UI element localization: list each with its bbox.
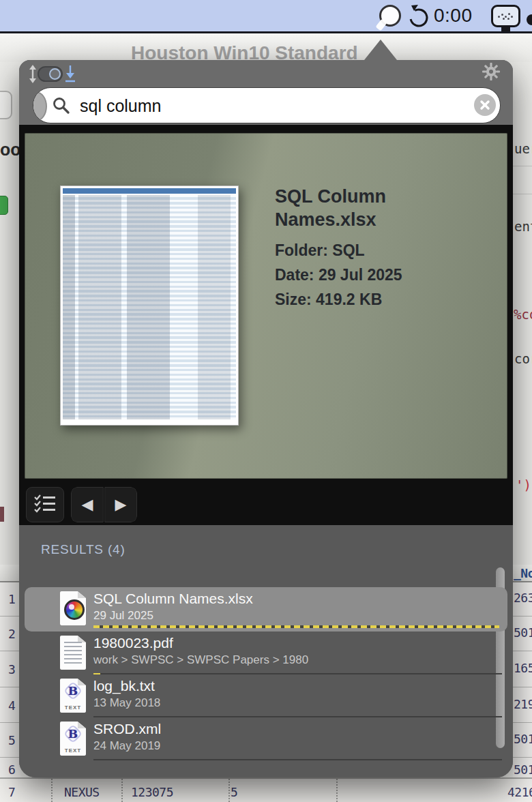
text-icon-label: TEXT [60, 704, 86, 711]
grid-row-number: 3 [8, 662, 15, 677]
code-fragment: ') [516, 477, 531, 492]
pin-toggle[interactable] [38, 66, 63, 82]
background-text-fragment-left: oo [0, 140, 21, 160]
grid-cell-value: 165 [514, 661, 532, 675]
menu-bar-search-icon[interactable] [376, 5, 401, 29]
result-name: SROD.xml [93, 721, 161, 737]
code-fragment: uery [514, 141, 532, 156]
result-name: SQL Column Names.xlsx [93, 591, 253, 607]
grid-row-number: 2 [8, 627, 15, 641]
previous-button[interactable]: ◀ [71, 487, 104, 522]
forward-arrow-icon: ▶ [115, 496, 127, 514]
grid-column-separator [228, 779, 230, 802]
result-row[interactable]: 1980023.pdf work > SWPSC > SWPSC Papers … [25, 632, 507, 674]
grid-cell-value: 501 [514, 625, 532, 640]
preview-folder: Folder: SQL [275, 238, 479, 263]
preview-file-title: SQL Column Names.xlsx [275, 185, 479, 231]
search-popup: SQL Column Names.xlsx Folder: SQL Date: … [19, 60, 513, 777]
results-header: RESULTS (4) [41, 542, 125, 557]
thumbnail-header-row [63, 188, 236, 194]
screen: Houston Win10 Standard oo uery ent %co c… [0, 0, 532, 802]
grid-column-separator [336, 779, 338, 802]
background-mark [0, 507, 4, 522]
grid-cell-value: NEXUS [64, 785, 100, 799]
timer-value[interactable]: 0:00 [434, 5, 473, 27]
showerhead-head [491, 5, 520, 27]
search-icon [51, 95, 72, 116]
grid-header-cell: _No [513, 565, 532, 582]
preview-size: Size: 419.2 KB [275, 287, 479, 312]
result-detail: 24 May 2019 [93, 739, 160, 753]
timer-icon[interactable] [407, 3, 431, 29]
grid-cell-value: 501 [514, 762, 532, 777]
grid-row-number: 7 [8, 785, 15, 799]
grid-cell-value: 123075 [131, 785, 173, 799]
result-name: 1980023.pdf [93, 635, 173, 651]
showerhead-icon[interactable] [491, 5, 520, 31]
menu-bar: 0:00 [0, 0, 532, 31]
menu-bar-border [0, 31, 532, 33]
xml-file-icon: B TEXT [58, 721, 88, 758]
background-divider [513, 194, 532, 194]
preview-viewport: SQL Column Names.xlsx Folder: SQL Date: … [25, 133, 507, 479]
result-detail: 29 Jul 2025 [93, 609, 153, 623]
selection-dashed-underline [93, 625, 499, 628]
checklist-icon [33, 494, 57, 515]
grid-column-separator [121, 779, 123, 802]
background-divider [513, 166, 532, 166]
results-section: RESULTS (4) SQL Column Names.xlsx 29 Jul… [19, 525, 513, 777]
code-fragment: cor [514, 351, 532, 366]
file-thumbnail [60, 185, 239, 426]
preview-zone: SQL Column Names.xlsx Folder: SQL Date: … [19, 125, 513, 525]
resize-updown-icon[interactable] [27, 65, 38, 83]
gear-icon[interactable] [482, 62, 501, 81]
grid-cell-value: 5 [231, 785, 237, 799]
grid-rownum-strip: 1 2 3 4 5 6 [0, 582, 20, 777]
grid-cell-value: 42165 [507, 785, 532, 799]
pdf-file-icon [58, 635, 88, 672]
grid-values-strip: 263 501 165 219 501 501 [513, 582, 532, 777]
result-row[interactable]: B TEXT SROD.xml 24 May 2019 [25, 717, 507, 760]
background-toolbar-button [0, 91, 12, 119]
result-row[interactable]: B TEXT log_bk.txt 13 May 2018 [25, 674, 507, 717]
download-icon[interactable] [64, 64, 76, 83]
row-separator [93, 759, 502, 760]
text-file-icon: B TEXT [58, 678, 88, 715]
preview-nav: ◀ ▶ [71, 487, 137, 522]
xlsx-file-icon [58, 591, 88, 627]
popup-header [19, 60, 513, 125]
background-green-icon [0, 196, 8, 215]
grid-header-corner [0, 565, 20, 582]
grid-column-header: _No [514, 566, 532, 580]
grid-row-number: 4 [8, 698, 15, 713]
text-icon-label: TEXT [60, 747, 86, 754]
grid-row-number: 1 [8, 592, 15, 606]
grid-bottom-row: 7 NEXUS 123075 5 42165 [0, 777, 532, 802]
grid-cell-value: 219 [514, 697, 532, 711]
code-fragment: ent [514, 219, 532, 234]
result-detail: 13 May 2018 [93, 696, 160, 710]
grid-row-number: 6 [8, 762, 15, 777]
popup-pointer-arrow [364, 40, 397, 60]
back-arrow-icon: ◀ [82, 496, 93, 514]
preview-details: SQL Column Names.xlsx Folder: SQL Date: … [275, 185, 479, 312]
grid-cell-value: 263 [514, 591, 532, 605]
search-input[interactable] [78, 93, 463, 118]
result-name: log_bk.txt [93, 678, 155, 694]
toggle-details-button[interactable] [26, 487, 64, 522]
menu-bar-overflow-icon[interactable] [527, 14, 532, 25]
search-scope-token [33, 91, 47, 121]
toggle-knob [49, 68, 61, 80]
code-fragment: %co [514, 307, 532, 322]
search-field[interactable] [33, 87, 501, 123]
result-row-selected[interactable]: SQL Column Names.xlsx 29 Jul 2025 [25, 587, 507, 632]
next-button[interactable]: ▶ [104, 487, 137, 522]
result-detail: work > SWPSC > SWPSC Papers > 1980 [93, 653, 308, 667]
grid-row-number: 5 [8, 733, 15, 747]
grid-cell-value: 501 [514, 732, 532, 746]
thumbnail-columns [63, 195, 236, 419]
preview-date: Date: 29 Jul 2025 [275, 263, 479, 287]
clear-search-button[interactable] [474, 94, 496, 116]
